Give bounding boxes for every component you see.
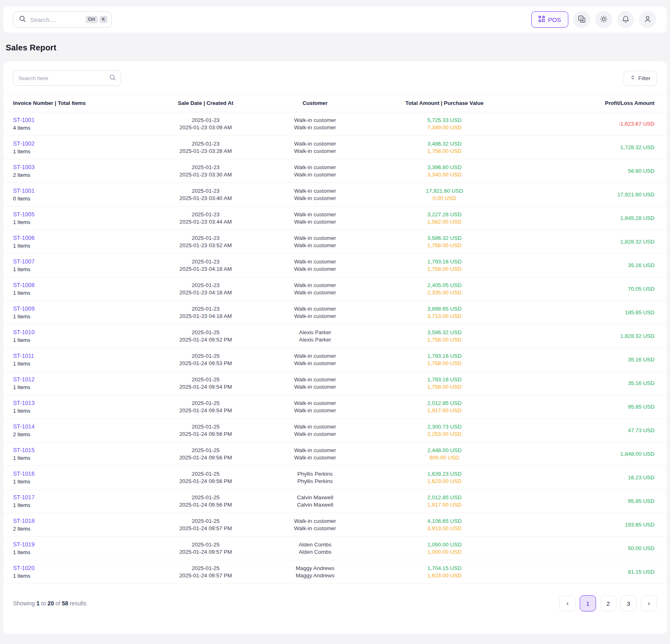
sale-date-cell: 2025-01-23 2025-01-23 04:18 AM xyxy=(162,282,249,296)
table-search[interactable] xyxy=(13,70,121,86)
total-amount: 2,405.05 USD xyxy=(382,282,508,289)
invoice-link[interactable]: ST-1001 xyxy=(13,187,35,194)
column-header-total-amount: Total Amount | Purchase Value xyxy=(382,100,508,106)
invoice-link[interactable]: ST-1002 xyxy=(13,140,35,147)
invoice-link[interactable]: ST-1006 xyxy=(13,234,35,242)
customer-name: Walk-in customer xyxy=(249,305,381,313)
profit-loss-amount: 50.00 USD xyxy=(508,545,655,552)
customer-name: Walk-in customer xyxy=(249,525,381,532)
customer-cell: Walk-in customer Walk-in customer xyxy=(249,305,381,320)
amounts-cell: 1,793.16 USD 1,758.00 USD xyxy=(382,258,508,273)
invoice-link[interactable]: ST-1010 xyxy=(13,329,35,336)
sale-date-cell: 2025-01-25 2025-01-24 09:52 PM xyxy=(162,329,249,344)
page-number-button[interactable]: 2 xyxy=(600,595,616,611)
amounts-cell: 3,227.28 USD 1,582.00 USD xyxy=(382,211,508,226)
total-amount: 2,012.85 USD xyxy=(382,494,508,501)
customer-cell: Walk-in customer Walk-in customer xyxy=(249,282,381,296)
sale-date-cell: 2025-01-23 2025-01-23 04:18 AM xyxy=(162,258,249,273)
profit-loss-amount: 95.85 USD xyxy=(508,498,655,505)
profit-loss-amount: 1,728.32 USD xyxy=(508,144,655,151)
profit-loss-amount: 35.16 USD xyxy=(508,262,655,269)
profit-cell: 35.16 USD xyxy=(508,262,667,269)
purchase-value: 1,758.00 USD xyxy=(382,360,508,367)
profit-cell: 35.16 USD xyxy=(508,356,667,363)
customer-cell: Walk-in customer Walk-in customer xyxy=(249,376,381,391)
notifications-button[interactable] xyxy=(617,11,634,28)
invoice-link[interactable]: ST-1015 xyxy=(13,446,35,454)
customer-name: Phyllis Perkins xyxy=(249,478,381,485)
profit-cell: 193.65 USD xyxy=(508,521,667,529)
customer-cell: Walk-in customer Walk-in customer xyxy=(249,518,381,532)
total-items-label: 1 Items xyxy=(13,572,162,580)
total-items-label: 1 Items xyxy=(13,384,162,391)
invoice-cell: ST-1001 0 Items xyxy=(3,187,162,202)
created-at: 2025-01-23 04:18 AM xyxy=(162,289,249,296)
sale-date-cell: 2025-01-23 2025-01-23 03:28 AM xyxy=(162,140,249,155)
sale-date-cell: 2025-01-25 2025-01-24 09:57 PM xyxy=(162,518,249,532)
global-search[interactable]: Ctrl K xyxy=(13,11,111,28)
customer-name: Walk-in customer xyxy=(249,383,381,391)
total-items-label: 2 Items xyxy=(13,431,162,438)
invoice-link[interactable]: ST-1012 xyxy=(13,376,35,383)
invoice-link[interactable]: ST-1009 xyxy=(13,305,35,312)
customer-name: Walk-in customer xyxy=(249,400,381,407)
invoice-link[interactable]: ST-1008 xyxy=(13,281,35,289)
invoice-link[interactable]: ST-1011 xyxy=(13,352,34,359)
translate-button[interactable]: A xyxy=(573,11,590,28)
purchase-value: 7,349.00 USD xyxy=(382,124,508,131)
table-row: ST-1016 1 Items 2025-01-25 2025-01-24 09… xyxy=(3,466,667,490)
translate-icon: A xyxy=(578,15,586,24)
invoice-link[interactable]: ST-1013 xyxy=(13,399,35,407)
invoice-link[interactable]: ST-1007 xyxy=(13,258,35,265)
purchase-value: 3,913.00 USD xyxy=(382,525,508,532)
total-items-label: 1 Items xyxy=(13,360,162,368)
profit-loss-amount: 70.05 USD xyxy=(508,285,655,293)
table-row: ST-1010 1 Items 2025-01-25 2025-01-24 09… xyxy=(3,324,667,348)
created-at: 2025-01-23 03:28 AM xyxy=(162,148,249,155)
purchase-value: 1,758.00 USD xyxy=(382,383,508,391)
total-items-label: 1 Items xyxy=(13,455,162,462)
invoice-link[interactable]: ST-1014 xyxy=(13,423,35,430)
purchase-value: 3,340.00 USD xyxy=(382,171,508,178)
invoice-link[interactable]: ST-1017 xyxy=(13,494,35,501)
page-prev-button[interactable]: ‹ xyxy=(559,595,576,611)
profit-cell: 17,921.60 USD xyxy=(508,191,667,198)
page-number-button[interactable]: 3 xyxy=(620,595,637,611)
table-search-input[interactable] xyxy=(18,75,109,81)
created-at: 2025-01-24 09:56 PM xyxy=(162,454,249,461)
profit-cell: 50.00 USD xyxy=(508,545,667,552)
invoice-link[interactable]: ST-1005 xyxy=(13,211,35,218)
invoice-link[interactable]: ST-1016 xyxy=(13,470,35,477)
page-number-button[interactable]: 1 xyxy=(580,595,596,611)
invoice-link[interactable]: ST-1001 xyxy=(13,116,35,124)
bell-icon xyxy=(622,15,630,24)
customer-name: Walk-in customer xyxy=(249,265,381,273)
profit-cell: 56.80 USD xyxy=(508,168,667,175)
theme-toggle-button[interactable] xyxy=(595,11,612,28)
amounts-cell: 3,586.32 USD 1,758.00 USD xyxy=(382,235,508,249)
page-next-button[interactable]: › xyxy=(641,595,657,611)
global-search-input[interactable] xyxy=(30,16,75,23)
table-row: ST-1001 0 Items 2025-01-23 2025-01-23 03… xyxy=(3,183,667,207)
invoice-link[interactable]: ST-1019 xyxy=(13,541,35,548)
profile-button[interactable] xyxy=(639,11,656,28)
customer-name: Walk-in customer xyxy=(249,282,381,289)
profit-loss-amount: 95.85 USD xyxy=(508,403,655,411)
filter-button-label: Filter xyxy=(638,75,650,81)
total-items-label: 1 Items xyxy=(13,148,162,155)
sale-date: 2025-01-25 xyxy=(162,400,249,407)
search-icon xyxy=(109,74,116,83)
invoice-link[interactable]: ST-1003 xyxy=(13,163,35,171)
filter-button[interactable]: Filter xyxy=(624,71,657,86)
invoice-link[interactable]: ST-1020 xyxy=(13,564,35,572)
pos-button[interactable]: POS xyxy=(531,11,568,28)
created-at: 2025-01-23 03:44 AM xyxy=(162,218,249,226)
profit-cell: 35.16 USD xyxy=(508,380,667,387)
total-amount: 1,793.16 USD xyxy=(382,352,508,360)
customer-name: Maggy Andrews xyxy=(249,565,381,572)
invoice-link[interactable]: ST-1018 xyxy=(13,517,35,524)
sale-date-cell: 2025-01-25 2025-01-24 09:56 PM xyxy=(162,447,249,461)
created-at: 2025-01-24 09:57 PM xyxy=(162,525,249,532)
total-amount: 3,486.32 USD xyxy=(382,140,508,148)
invoice-cell: ST-1009 1 Items xyxy=(3,305,162,320)
